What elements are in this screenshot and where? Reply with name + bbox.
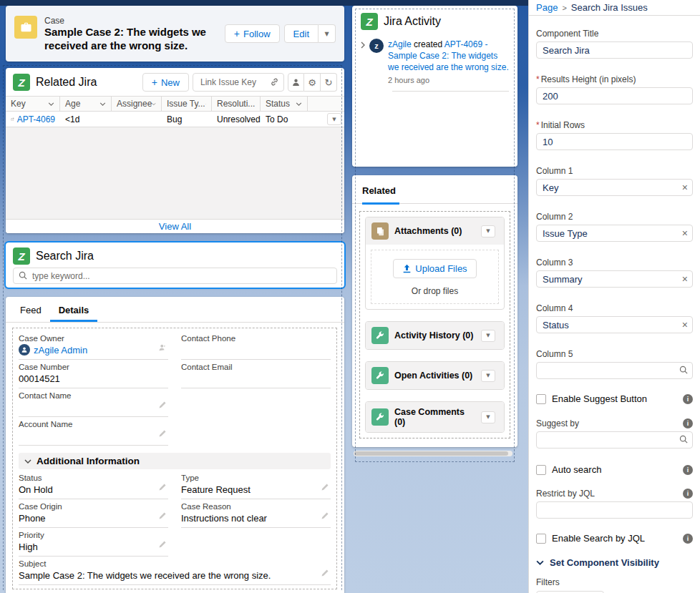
external-link-icon[interactable] [11, 115, 14, 123]
issue-table-row: APT-4069 <1d Bug Unresolved To Do ▼ [6, 112, 344, 127]
breadcrumb-page-link[interactable]: Page [536, 2, 558, 13]
column-header-assignee[interactable]: Assignee [112, 97, 162, 111]
jira-keyword-search-input[interactable] [13, 268, 337, 284]
field-subject: Subject Sample Case 2: The widgets we re… [19, 557, 331, 585]
tab-feed[interactable]: Feed [11, 305, 50, 322]
change-owner-icon[interactable] [158, 342, 167, 355]
clear-icon[interactable]: × [682, 181, 688, 194]
search-jira-panel[interactable]: Z Search Jira [6, 242, 344, 288]
edit-pencil-icon[interactable] [321, 567, 329, 580]
info-icon[interactable]: i [683, 418, 693, 428]
case-owner-link[interactable]: zAgile Admin [34, 345, 87, 356]
enable-suggest-checkbox[interactable] [536, 394, 546, 404]
component-title-input[interactable] [536, 41, 693, 59]
info-icon[interactable]: i [683, 534, 693, 544]
related-lists-panel: Related Attachments (0) ▼ Upload Files O… [352, 175, 517, 447]
info-icon[interactable]: i [683, 394, 693, 404]
open-activities-actions-button[interactable]: ▼ [481, 370, 495, 382]
auto-search-label[interactable]: Auto search [552, 464, 601, 475]
upload-files-button[interactable]: Upload Files [393, 259, 476, 278]
clear-icon[interactable]: × [682, 227, 688, 240]
field-status: Status On Hold [19, 471, 168, 499]
case-icon [14, 16, 37, 39]
suggest-by-input[interactable] [536, 431, 693, 449]
edit-pencil-icon[interactable] [158, 428, 167, 441]
edit-pencil-icon[interactable] [321, 510, 329, 523]
activity-item: z zAgile created APT-4069 - Sample Case … [352, 36, 517, 84]
file-dropzone[interactable]: Upload Files Or drop files [371, 250, 499, 304]
edit-pencil-icon[interactable] [158, 539, 167, 552]
assign-user-button[interactable] [288, 73, 304, 92]
clear-icon[interactable]: × [682, 318, 688, 331]
attachments-actions-button[interactable]: ▼ [481, 225, 495, 237]
wrench-icon [371, 367, 389, 384]
column-3-group: Column 3 × [536, 258, 693, 288]
field-case-origin: Case Origin Phone [19, 499, 168, 528]
case-comments-card: Case Comments (0) ▼ [365, 401, 505, 433]
refresh-button[interactable]: ↻ [321, 73, 337, 92]
jira-activity-panel: Z Jira Activity z zAgile created APT-406… [352, 6, 517, 167]
case-comments-actions-button[interactable]: ▼ [481, 411, 495, 423]
column-4-input[interactable] [536, 316, 693, 333]
section-additional-information[interactable]: Additional Information [19, 453, 331, 469]
chevron-right-icon[interactable] [361, 41, 365, 49]
row-actions-button[interactable]: ▼ [327, 113, 341, 125]
column-1-input[interactable] [536, 179, 693, 196]
chevron-down-icon [99, 102, 106, 106]
edit-pencil-icon[interactable] [158, 510, 167, 523]
restrict-jql-input[interactable] [536, 501, 693, 519]
column-header-issue-type[interactable]: Issue Ty... [162, 97, 212, 111]
link-icon [270, 77, 279, 87]
follow-button[interactable]: + Follow [225, 24, 280, 43]
issue-resolution-cell: Unresolved [212, 114, 261, 124]
attachments-card: Attachments (0) ▼ Upload Files Or drop f… [365, 217, 505, 310]
tab-related[interactable]: Related [362, 185, 399, 205]
component-title-group: Component Title [536, 29, 693, 59]
enable-search-jql-checkbox[interactable] [536, 534, 546, 544]
edit-pencil-icon[interactable] [321, 481, 329, 494]
case-comments-title: Case Comments (0) [394, 407, 475, 427]
new-issue-button[interactable]: + New [142, 73, 189, 92]
enable-search-jql-label[interactable]: Enable Search by JQL [552, 533, 645, 544]
edit-button[interactable]: Edit [284, 24, 319, 43]
activity-history-actions-button[interactable]: ▼ [481, 330, 495, 342]
column-5-input[interactable] [536, 362, 693, 379]
column-header-key[interactable]: Key [6, 97, 60, 111]
info-icon[interactable]: i [683, 465, 693, 475]
settings-button[interactable]: ⚙ [304, 73, 321, 92]
initial-rows-input[interactable] [536, 133, 693, 150]
edit-pencil-icon[interactable] [158, 481, 167, 494]
plus-icon: + [234, 29, 240, 39]
case-title: Sample Case 2: The widgets we received a… [44, 26, 218, 53]
view-all-link[interactable]: View All [159, 221, 191, 232]
open-activities-card: Open Activities (0) ▼ [365, 361, 505, 390]
horizontal-scrollbar[interactable] [354, 451, 512, 456]
column-header-age[interactable]: Age [60, 97, 112, 111]
more-actions-button[interactable]: ▼ [319, 24, 336, 43]
column-2-input[interactable] [536, 225, 693, 242]
tab-details[interactable]: Details [50, 305, 98, 322]
column-header-resolution[interactable]: Resoluti... [212, 97, 261, 111]
avatar [19, 344, 30, 356]
search-icon [19, 271, 27, 280]
auto-search-checkbox[interactable] [536, 465, 546, 475]
scrollbar-thumb[interactable] [354, 451, 508, 456]
column-3-input[interactable] [536, 270, 693, 288]
info-icon[interactable]: i [683, 489, 693, 499]
enable-suggest-label[interactable]: Enable Suggest Button [552, 393, 647, 404]
field-spacer [181, 528, 331, 557]
edit-pencil-icon[interactable] [158, 399, 167, 412]
issue-age-cell: <1d [60, 114, 112, 124]
plus-icon: + [152, 77, 157, 87]
clear-icon[interactable]: × [682, 273, 688, 285]
activity-history-title: Activity History (0) [394, 330, 475, 340]
field-contact-email: Contact Email [181, 360, 331, 388]
activity-actor-link[interactable]: zAgile [388, 39, 412, 49]
results-height-input[interactable] [536, 87, 693, 104]
chevron-down-icon [152, 102, 156, 106]
search-icon [679, 435, 688, 443]
column-header-status[interactable]: Status [261, 97, 308, 111]
set-component-visibility-toggle[interactable]: Set Component Visibility [536, 557, 693, 568]
issue-key-link[interactable]: APT-4069 [17, 114, 55, 124]
filters-label: Filters [536, 577, 693, 587]
